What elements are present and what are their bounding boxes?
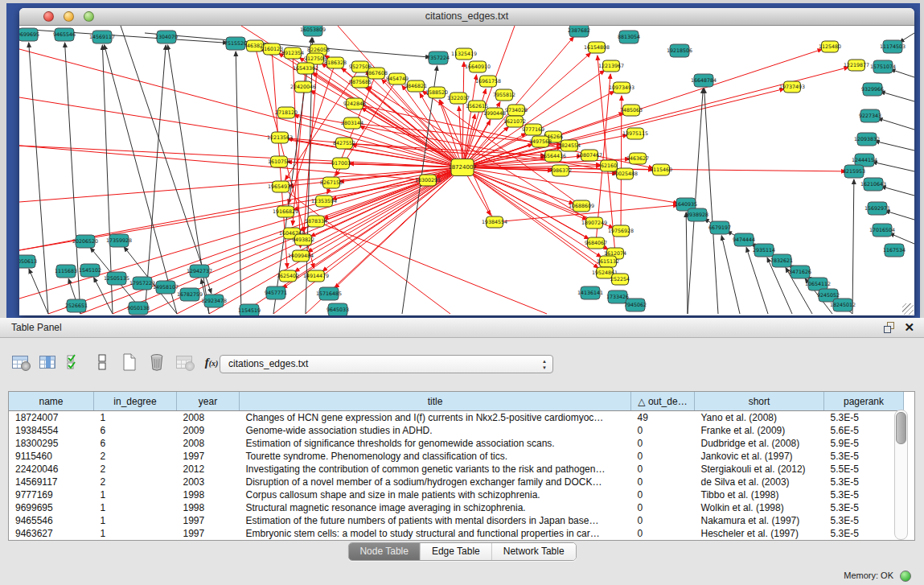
graph-node[interactable]: 7625402 [277, 270, 299, 282]
graph-node[interactable]: 9463627 [626, 153, 649, 164]
graph-node[interactable]: 8938928 [686, 208, 708, 221]
table-scrollbar-thumb[interactable] [896, 412, 906, 444]
graph-node[interactable]: 7832621 [770, 254, 793, 267]
graph-node[interactable]: 9777169 [522, 124, 544, 135]
graph-node[interactable]: 7357224 [427, 51, 450, 64]
minimize-window-button[interactable] [64, 11, 74, 22]
graph-node[interactable]: 18724007 [448, 159, 477, 176]
graph-node[interactable]: 9645033 [326, 303, 349, 315]
graph-node[interactable]: 9227343 [859, 109, 881, 122]
graph-node[interactable]: 8427552 [333, 138, 355, 149]
graph-node[interactable]: 9875685 [349, 76, 372, 88]
graph-node[interactable]: 17957223 [129, 277, 155, 290]
graph-node[interactable]: 16053809 [300, 26, 326, 36]
table-selector[interactable]: citations_edges.txt ▲▼ [220, 355, 553, 373]
graph-node[interactable]: 2935114 [753, 244, 775, 257]
graph-node[interactable]: 16648784 [691, 74, 717, 87]
graph-node[interactable]: 19737493 [779, 81, 805, 93]
graph-node[interactable]: 7945062 [624, 299, 647, 311]
table-row[interactable]: 911546021997Tourette syndrome. Phenomeno… [9, 450, 904, 463]
graph-node[interactable]: 18245012 [830, 299, 856, 311]
graph-node[interactable]: 252254 [610, 274, 630, 285]
graph-node[interactable]: 15692971 [864, 202, 890, 215]
graph-node[interactable]: 1125480 [819, 41, 841, 52]
graph-node[interactable]: 1322037 [447, 93, 470, 104]
delete-table-icon[interactable] [172, 350, 196, 374]
graph-node[interactable]: 10973493 [609, 82, 634, 93]
network-graph[interactable]: 1872400774638229160123891235482260589127… [19, 26, 914, 315]
table-row[interactable]: 1456911722003Disruption of a novel membe… [9, 476, 904, 488]
row-height-icon[interactable] [90, 350, 114, 374]
float-window-icon[interactable] [884, 322, 895, 333]
graph-node[interactable]: 62160 [601, 160, 618, 171]
graph-node[interactable]: 10807467 [577, 150, 602, 161]
table-row[interactable]: 946554611997Estimation of the future num… [9, 514, 904, 527]
graph-node[interactable]: 12213563 [267, 132, 293, 143]
graph-node[interactable]: 1050613 [19, 255, 37, 268]
graph-node[interactable]: 1115683 [55, 265, 77, 278]
graph-node[interactable]: 2526651 [65, 299, 88, 312]
graph-node[interactable]: 1610754 [268, 156, 290, 167]
tab-node-table[interactable]: Node Table [348, 543, 421, 560]
graph-node[interactable]: 14569117 [89, 31, 115, 43]
graph-node[interactable]: 12093832 [854, 133, 880, 146]
table-settings-icon[interactable] [8, 350, 32, 374]
graph-node[interactable]: 15751074 [870, 60, 896, 73]
graph-node[interactable]: 19654935 [268, 181, 294, 192]
graph-node[interactable]: 7986372 [549, 165, 572, 176]
graph-node[interactable]: 9050138 [127, 302, 150, 315]
graph-node[interactable]: 917003 [331, 158, 351, 169]
graph-node[interactable]: 14958107 [153, 281, 179, 294]
graph-node[interactable]: 9699695 [19, 28, 39, 41]
select-columns-icon[interactable] [63, 350, 87, 374]
show-columns-icon[interactable] [35, 350, 60, 374]
graph-node[interactable]: 1167534 [883, 244, 906, 257]
column-header-name[interactable]: name [9, 392, 94, 411]
graph-node[interactable]: 19166829 [273, 206, 298, 217]
graph-node[interactable]: 12219877 [844, 60, 869, 71]
graph-node[interactable]: 9115460 [650, 164, 672, 175]
network-canvas[interactable]: 1872400774638229160123891235482260589127… [19, 26, 914, 315]
graph-node[interactable]: 9734028 [505, 105, 528, 116]
graph-node[interactable]: 12923478 [201, 295, 227, 307]
window-resize-grip[interactable] [902, 303, 914, 315]
graph-node[interactable]: 14136141 [577, 286, 603, 299]
column-header-out_degree[interactable]: △ out_de… [631, 392, 695, 411]
graph-node[interactable]: 2718120 [275, 107, 298, 118]
graph-node[interactable]: 16640910 [465, 61, 491, 72]
close-icon[interactable]: ✕ [904, 319, 914, 336]
graph-node[interactable]: 12505135 [104, 272, 129, 285]
graph-node[interactable]: 9684067 [585, 237, 607, 249]
graph-node[interactable]: 2387682 [568, 26, 590, 37]
new-column-icon[interactable] [117, 350, 142, 374]
graph-node[interactable]: 1621072 [503, 116, 526, 127]
tab-network-table[interactable]: Network Table [492, 543, 576, 560]
graph-node[interactable]: 12942737 [187, 265, 212, 278]
graph-node[interactable]: 2803144 [341, 117, 363, 129]
graph-node[interactable]: 9457771 [265, 286, 287, 299]
network-window[interactable]: citations_edges.txt 18724007746382291601… [19, 8, 914, 315]
graph-node[interactable]: 9846821 [405, 80, 427, 92]
graph-node[interactable]: 7515520 [224, 37, 247, 50]
graph-node[interactable]: 16961758 [475, 76, 501, 87]
graph-node[interactable]: 19218506 [667, 44, 692, 57]
graph-node[interactable]: 2304079 [155, 31, 178, 43]
graph-node[interactable]: 8813054 [618, 31, 640, 43]
graph-node[interactable]: 11174503 [880, 40, 906, 53]
graph-node[interactable]: 8912354 [281, 47, 304, 59]
table-row[interactable]: 1830029562008Estimation of significance … [9, 437, 904, 450]
table-row[interactable]: 969969511998Structural magnetic resonanc… [9, 501, 904, 514]
window-titlebar[interactable]: citations_edges.txt [19, 8, 914, 26]
graph-node[interactable]: 1990448 [483, 108, 506, 119]
column-header-in_degree[interactable]: in_degree [94, 392, 177, 411]
graph-node[interactable]: 8186328 [324, 57, 347, 68]
graph-node[interactable]: 16782759 [177, 288, 203, 301]
graph-node[interactable]: 1497568 [529, 136, 552, 147]
table-row[interactable]: 2242004622012Investigating the contribut… [9, 463, 904, 476]
memory-status-indicator[interactable] [900, 571, 911, 582]
graph-node[interactable]: 16154808 [584, 42, 610, 53]
graph-node[interactable]: 5878334 [305, 216, 327, 227]
graph-node[interactable]: 17359928 [106, 234, 132, 247]
zoom-window-button[interactable] [84, 11, 94, 22]
graph-node[interactable]: 19384554 [482, 216, 507, 228]
